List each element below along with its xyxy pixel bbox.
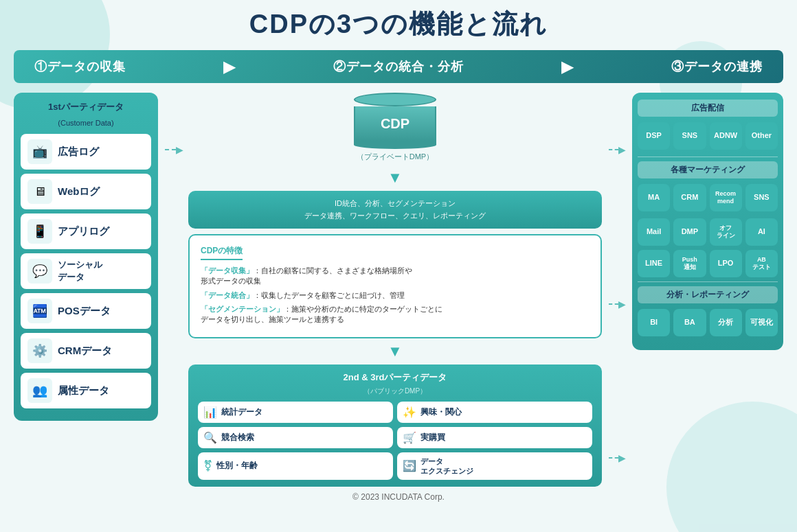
stats-label: 統計データ [221, 406, 262, 418]
tag-dmp: DMP [673, 218, 706, 246]
web-log-label: Webログ [58, 185, 100, 198]
phase-3: ③データの連携 [671, 58, 763, 75]
list-item: 🖥 Webログ [21, 174, 151, 209]
cylinder-top [354, 93, 436, 106]
ad-section-title: 広告配信 [638, 100, 778, 117]
social-icon: 💬 [27, 259, 52, 284]
list-item: 📱 アプリログ [21, 213, 151, 249]
purchase-icon: 🛒 [403, 431, 416, 444]
down-arrow-2: ▼ [388, 344, 403, 359]
third-party-grid: 📊 統計データ ✨ 興味・関心 🔍 競合検索 🛒 実購買 [198, 402, 592, 481]
pos-label: POSデータ [58, 305, 111, 318]
left-panel-subtitle: (Customer Data) [21, 119, 151, 127]
list-item: 🛒 実購買 [397, 427, 592, 448]
phase-1: ①データの収集 [34, 58, 126, 75]
attribute-icon: 👥 [27, 378, 52, 403]
feature-box: CDPの特徴 「データ収集」：自社の顧客に関する、さまざまな格納場所や形式データ… [188, 234, 602, 338]
app-log-label: アプリログ [58, 225, 109, 238]
tag-mail: Mail [638, 218, 670, 246]
gender-label: 性別・年齢 [216, 460, 258, 472]
cdp-cylinder: CDP （プライベートDMP） [354, 93, 436, 162]
list-item: 👥 属性データ [21, 373, 151, 408]
tag-crm: CRM [673, 184, 706, 211]
crm-icon: ⚙️ [27, 338, 52, 363]
divider-2 [638, 281, 778, 282]
marketing-grid-3: LINE Push通知 LPO ABテスト [638, 250, 778, 277]
right-panel: 広告配信 DSP SNS ADNW Other 各種マーケティング MA CRM… [632, 93, 783, 350]
tag-ab: ABテスト [745, 250, 778, 277]
left-panel-title: 1stパーティデータ [21, 101, 151, 113]
footer: © 2023 INCUDATA Corp. [14, 492, 783, 502]
analytics-section-title: 分析・レポーティング [638, 286, 778, 303]
tag-visualization: 可視化 [745, 309, 778, 336]
feature-item-3: 「セグメンテーション」：施策や分析のために特定のターゲットごとにデータを切り出し… [201, 304, 590, 324]
list-item: 🔍 競合検索 [198, 427, 393, 448]
marketing-section-title: 各種マーケティング [638, 161, 778, 178]
phase-2: ②データの統合・分析 [333, 58, 464, 75]
social-label: ソーシャルデータ [58, 259, 102, 284]
id-integration-box: ID統合、分析、セグメンテーション データ連携、ワークフロー、クエリ、レポーティ… [188, 191, 602, 229]
cdp-sublabel: （プライベートDMP） [357, 152, 434, 162]
attribute-label: 属性データ [58, 384, 109, 397]
tag-dsp: DSP [638, 122, 670, 150]
tag-sns-ad: SNS [673, 122, 706, 150]
tag-line: LINE [638, 250, 670, 277]
stats-icon: 📊 [203, 406, 217, 419]
tag-recommend: Recommend [710, 184, 742, 211]
tag-push: Push通知 [673, 250, 706, 277]
list-item: ✨ 興味・関心 [397, 402, 592, 423]
list-item: 💬 ソーシャルデータ [21, 253, 151, 289]
interest-label: 興味・関心 [420, 406, 462, 418]
list-item: 🔄 データエクスチェンジ [397, 452, 592, 481]
divider-1 [638, 157, 778, 157]
tag-other: Other [745, 122, 778, 150]
pos-icon: 🏧 [27, 299, 52, 323]
list-item: ⚧ 性別・年齢 [198, 452, 393, 481]
marketing-grid-1: MA CRM Recommend SNS [638, 184, 778, 211]
interest-icon: ✨ [403, 406, 416, 419]
search-icon: 🔍 [203, 431, 217, 444]
tag-ai: AI [745, 218, 778, 246]
feature-title: CDPの特徴 [201, 245, 243, 260]
ad-log-icon: 📺 [27, 139, 52, 164]
list-item: 🏧 POSデータ [21, 293, 151, 329]
id-box-line1: ID統合、分析、セグメンテーション [202, 198, 588, 210]
tag-analysis: 分析 [710, 309, 742, 336]
cdp-label: CDP [381, 116, 409, 132]
third-party-title: 2nd & 3rdパーティデータ [198, 371, 592, 384]
cylinder-bottom [354, 141, 436, 149]
tag-lpo: LPO [710, 250, 742, 277]
exchange-label: データエクスチェンジ [420, 456, 473, 476]
purchase-label: 実購買 [420, 432, 445, 443]
web-log-icon: 🖥 [27, 179, 52, 204]
feature-item-2: 「データ統合」：収集したデータを顧客ごとに紐づけ、管理 [201, 290, 590, 301]
crm-label: CRMデータ [58, 345, 112, 358]
analytics-grid: BI BA 分析 可視化 [638, 309, 778, 336]
marketing-grid-2: Mail DMP オフライン AI [638, 218, 778, 246]
gender-icon: ⚧ [203, 459, 212, 472]
ad-log-label: 広告ログ [58, 146, 99, 159]
tag-ma: MA [638, 184, 670, 211]
left-panel: 1stパーティデータ (Customer Data) 📺 広告ログ 🖥 Webロ… [14, 93, 158, 421]
middle-panel: CDP （プライベートDMP） ▼ ID統合、分析、セグメンテーション データ連… [188, 93, 602, 487]
feature-item-1: 「データ収集」：自社の顧客に関する、さまざまな格納場所や形式データの収集 [201, 266, 590, 286]
ad-grid: DSP SNS ADNW Other [638, 122, 778, 150]
app-log-icon: 📱 [27, 219, 52, 244]
search-label: 競合検索 [221, 432, 254, 443]
page-title: CDPの3つの機能と流れ [14, 7, 783, 42]
third-party-subtitle: （パブリックDMP） [198, 386, 592, 396]
tag-bi: BI [638, 309, 670, 336]
tag-offline: オフライン [710, 218, 742, 246]
id-box-line2: データ連携、ワークフロー、クエリ、レポーティング [202, 210, 588, 222]
list-item: 📺 広告ログ [21, 134, 151, 170]
tag-ba: BA [673, 309, 706, 336]
tag-adnw: ADNW [710, 122, 742, 150]
tag-sns-mkt: SNS [745, 184, 778, 211]
exchange-icon: 🔄 [403, 459, 416, 472]
down-arrow-1: ▼ [388, 170, 403, 185]
phase-bar: ①データの収集 ▶ ②データの統合・分析 ▶ ③データの連携 [14, 50, 783, 83]
list-item: 📊 統計データ [198, 402, 393, 423]
cylinder-body: CDP [354, 106, 436, 141]
third-party-box: 2nd & 3rdパーティデータ （パブリックDMP） 📊 統計データ ✨ 興味… [188, 365, 602, 487]
list-item: ⚙️ CRMデータ [21, 333, 151, 369]
